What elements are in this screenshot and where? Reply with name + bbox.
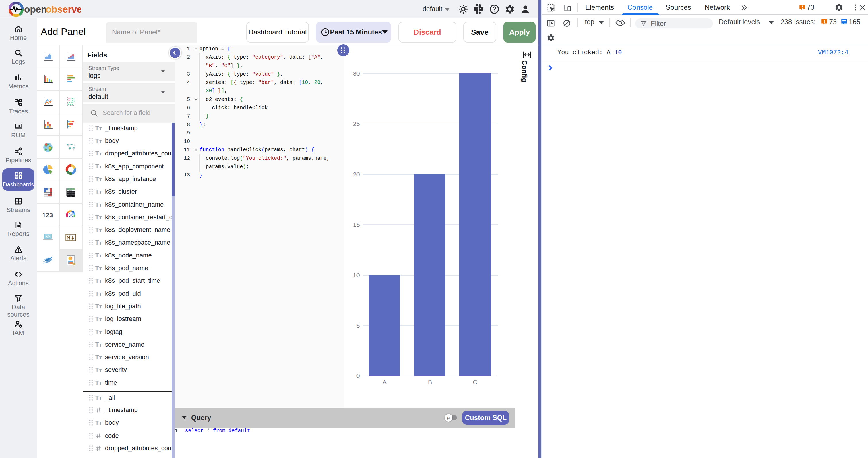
svg-text:123: 123 [42,212,53,218]
svg-text:T: T [95,420,99,426]
svg-text:T: T [95,290,99,297]
svg-text:T: T [99,139,102,144]
svg-text:T: T [95,278,99,284]
svg-text:T: T [95,227,99,233]
svg-text:T: T [99,228,102,233]
svg-text:T: T [99,292,102,296]
svg-text:T: T [99,368,102,373]
svg-text:T: T [99,317,102,322]
svg-text:T: T [99,305,102,309]
svg-text:T: T [99,216,102,220]
svg-text:T: T [99,279,102,284]
svg-text:T: T [95,395,99,401]
svg-text:T: T [95,189,99,195]
svg-text:T: T [99,421,102,426]
svg-text:open: open [24,4,47,15]
svg-text:T: T [99,190,102,195]
svg-text:T: T [99,254,102,258]
svg-text:T: T [99,381,102,385]
svg-text:T: T [95,252,99,259]
svg-text:T: T [95,354,99,360]
svg-text:T: T [95,367,99,373]
svg-text:T: T [99,355,102,360]
svg-text:T: T [95,329,99,335]
svg-text:T: T [95,163,99,170]
svg-text:T: T [99,241,102,246]
svg-text:T: T [95,214,99,220]
svg-text:T: T [99,152,102,156]
svg-text:T: T [95,379,99,386]
svg-text:T: T [95,138,99,144]
svg-text:T: T [99,266,102,271]
svg-text:T: T [95,125,99,131]
svg-text:T: T [99,177,102,182]
svg-text:T: T [95,316,99,322]
svg-text:T: T [95,201,99,208]
svg-text:T: T [99,165,102,169]
svg-text:T: T [95,341,99,348]
svg-text:T: T [95,265,99,271]
svg-text:T: T [99,396,102,401]
svg-text:T: T [95,239,99,246]
svg-text:observe: observe [45,4,81,15]
svg-text:T: T [99,126,102,131]
svg-text:T: T [95,303,99,310]
svg-text:T: T [95,176,99,182]
svg-text:T: T [99,343,102,347]
svg-text:T: T [95,150,99,156]
svg-text:T: T [99,203,102,207]
svg-text:T: T [99,330,102,335]
